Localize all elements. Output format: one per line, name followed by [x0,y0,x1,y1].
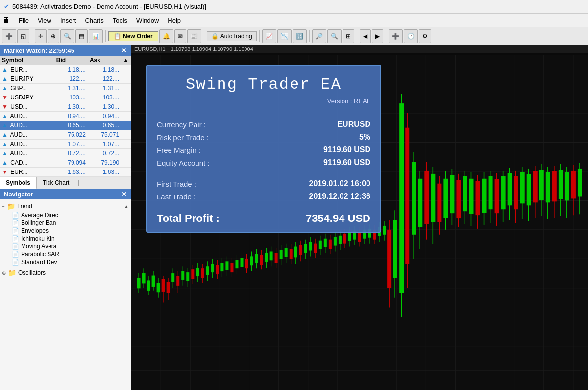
col-scroll[interactable]: ▲ [121,56,131,65]
toolbar-trend-btn[interactable]: 📈 [262,29,276,43]
risk-label: Risk per Trade : [157,133,209,142]
nav-sub-item-4[interactable]: 📄 Moving Avera [12,243,129,250]
svg-rect-156 [469,179,473,214]
chart-symbol: EURUSD,H1 [134,46,166,52]
symbol-cell: ▼ USD... [0,102,54,112]
toolbar-channel-btn[interactable]: 📉 [277,29,292,43]
navigator-close-button[interactable]: ✕ [122,191,127,198]
nav-sub-item-5[interactable]: 📄 Parabolic SAR [12,250,129,258]
indicator-icon-0: 📄 [12,212,19,219]
svg-rect-42 [172,273,174,282]
toolbar-fib-btn[interactable]: 🔢 [293,29,307,43]
menu-charts[interactable]: Charts [81,16,107,25]
market-watch-row[interactable]: ▲ CAD... 79.094 79.190 [0,158,131,168]
auto-trading-button[interactable]: 🔒 AutoTrading [207,31,257,41]
toolbar-zoom-in-btn[interactable]: 🔎 [312,29,326,43]
ask-cell: 0.94... [88,112,121,121]
toolbar-props-btn[interactable]: ⊞ [343,29,354,43]
bid-cell: 1.63.... [54,168,88,177]
nav-sub-item-0[interactable]: 📄 Average Direc [12,211,129,219]
svg-rect-118 [358,232,361,242]
nav-item-oscillators[interactable]: ⊕ 📁 Oscillators [2,268,129,278]
svg-rect-152 [456,180,461,218]
market-watch-scroll[interactable]: Symbol Bid Ask ▲ ▲ EUR... 1.18.... 1.18.… [0,56,131,177]
market-watch-row[interactable]: ▲ AUD... 0.72.... 0.72... [0,149,131,158]
toolbar-cursor-btn[interactable]: ✛ [35,29,47,43]
toolbar-scroll-right-btn[interactable]: ▶ [372,29,383,43]
toolbar-scroll-left-btn[interactable]: ◀ [360,29,371,43]
svg-rect-36 [157,283,160,292]
svg-rect-40 [167,282,170,293]
arrow-down-icon: ▼ [2,169,8,175]
svg-rect-142 [424,171,429,224]
menu-file[interactable]: File [15,16,33,25]
toolbar-zoom-out-btn[interactable]: 🔍 [327,29,342,43]
indicator-icon-5: 📄 [12,251,19,258]
toolbar-clock-btn[interactable]: 🕐 [404,29,418,43]
market-watch-row[interactable]: ▲ GBP... 1.31.... 1.31... [0,84,131,93]
overlay-row-risk: Risk per Trade : 5% [157,131,370,144]
toolbar-period-btn[interactable]: ▤ [75,29,88,43]
overlay-row-currency: Currency Pair : EURUSD [157,118,370,131]
market-watch-row[interactable]: ▼ EUR... 1.63.... 1.63... [0,168,131,177]
market-watch-row[interactable]: ▲ EURJPY 122.... 122.... [0,74,131,84]
toolbar-zoom-btn[interactable]: 🔍 [60,29,74,43]
tab-tick-chart[interactable]: Tick Chart [37,177,75,189]
toolbar-mail-btn[interactable]: ✉ [174,29,186,43]
bid-cell: 0.94.... [54,112,88,121]
tab-symbols[interactable]: Symbols [0,177,37,189]
svg-rect-164 [495,179,499,213]
svg-rect-172 [520,172,525,203]
menu-window[interactable]: Window [132,16,163,25]
first-trade-label: First Trade : [157,180,196,188]
ask-cell: 1.31... [88,84,121,93]
indicator-icon-1: 📄 [12,219,19,226]
market-watch-row[interactable]: ▲ AUD... 0.65.... 0.65... [0,121,131,130]
menu-view[interactable]: View [34,16,55,25]
menu-insert[interactable]: Insert [56,16,80,25]
nav-sub-item-2[interactable]: 📄 Envelopes [12,227,129,235]
chart-area[interactable]: EURUSD,H1 1.10798 1.10904 1.10790 1.1090… [131,45,588,390]
overlay-panel: Swing Trader EA Version : REAL Currency … [146,65,381,233]
nav-item-trend[interactable]: − 📁 Trend ▲ [2,201,129,211]
last-trade-label: Last Trade : [157,193,196,201]
toolbar-alert-btn[interactable]: 🔔 [159,29,173,43]
navigator-panel: Navigator ✕ − 📁 Trend ▲ 📄 Average Direc [0,189,131,390]
menu-help[interactable]: Help [164,16,185,25]
market-watch-row[interactable]: ▲ EUR... 1.18.... 1.18... [0,65,131,74]
toolbar-chart-btn[interactable]: 📊 [89,29,103,43]
toolbar-settings-btn[interactable]: ⚙ [419,29,431,43]
toolbar-sep-6 [357,30,357,42]
arrow-up-icon: ▲ [2,141,8,147]
bid-cell: 122.... [54,74,88,84]
nav-sub-item-3[interactable]: 📄 Ichimoku Kin [12,235,129,243]
svg-rect-166 [501,176,506,209]
toolbar-plus-btn[interactable]: ➕ [2,29,16,43]
menu-tools[interactable]: Tools [109,16,131,25]
col-bid: Bid [54,56,88,65]
nav-sub-item-1[interactable]: 📄 Bollinger Ban [12,219,129,227]
bid-cell: 75.022 [54,130,88,140]
currency-pair-label: Currency Pair : [157,121,206,129]
left-panel: Market Watch: 22:59:45 ✕ Symbol Bid Ask … [0,45,131,390]
overlay-row-last-trade: Last Trade : 2019.12.02 12:36 [157,190,370,203]
toolbar-sep-4 [259,30,260,42]
svg-rect-150 [450,175,454,213]
toolbar-news-btn[interactable]: 📰 [187,29,201,43]
market-watch-row[interactable]: ▲ AUD... 75.022 75.071 [0,130,131,140]
svg-rect-70 [240,258,243,267]
svg-rect-176 [533,171,538,202]
bid-cell: 1.30.... [54,102,88,112]
new-order-button[interactable]: 📋 New Order [108,31,158,41]
col-symbol: Symbol [0,56,54,65]
market-watch-row[interactable]: ▼ USD... 1.30.... 1.30... [0,102,131,112]
market-watch-row[interactable]: ▲ AUD... 1.07.... 1.07... [0,140,131,149]
toolbar-arrow-btn[interactable]: ◱ [17,29,29,43]
market-watch-row[interactable]: ▲ AUD... 0.94.... 0.94... [0,112,131,121]
market-watch-row[interactable]: ▼ USDJPY 103.... 103.... [0,93,131,102]
market-watch-close-button[interactable]: ✕ [121,47,127,54]
scroll-up-icon[interactable]: ▲ [124,204,129,209]
nav-sub-item-6[interactable]: 📄 Standard Dev [12,258,129,266]
toolbar-add-btn[interactable]: ➕ [389,29,403,43]
toolbar-crosshair-btn[interactable]: ⊕ [48,29,59,43]
